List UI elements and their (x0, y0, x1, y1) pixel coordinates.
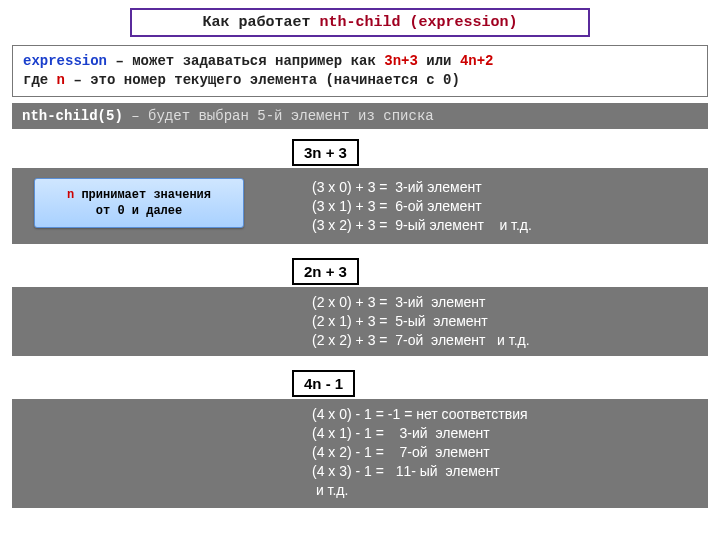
formula-label-2n3: 2n + 3 (292, 258, 359, 285)
title-selector: nth-child (expression) (319, 14, 517, 31)
calc-4n1-l1: (4 x 0) - 1 = -1 = нет соответствия (312, 405, 698, 424)
expression-word: expression (23, 53, 107, 69)
formula-label-3n3: 3n + 3 (292, 139, 359, 166)
n-note-box: n принимает значения от 0 и далее (34, 178, 244, 228)
expression-n: n (57, 72, 65, 88)
calc-4n1-l5: и т.д. (312, 481, 698, 500)
calc-block-4n1: (4 x 0) - 1 = -1 = нет соответствия (4 x… (12, 399, 708, 507)
calc-block-3n3: n принимает значения от 0 и далее (3 x 0… (12, 168, 708, 245)
calc-4n1-l4: (4 x 3) - 1 = 11- ый элемент (312, 462, 698, 481)
expression-ex2: 4n+2 (460, 53, 494, 69)
calc-4n1-l2: (4 x 1) - 1 = 3-ий элемент (312, 424, 698, 443)
calc-2n3-l2: (2 x 1) + 3 = 5-ый элемент (312, 312, 698, 331)
nth-child-5-bar: nth-child(5) – будет выбран 5-й элемент … (12, 103, 708, 129)
calc-2n3-l1: (2 x 0) + 3 = 3-ий элемент (312, 293, 698, 312)
expression-seg2: или (418, 53, 460, 69)
n-note-line1: принимает значения (74, 188, 211, 202)
expression-seg1: – может задаваться например как (107, 53, 384, 69)
title-box: Как работает nth-child (expression) (130, 8, 590, 37)
calc-3n3-l1: (3 x 0) + 3 = 3-ий элемент (312, 178, 698, 197)
section-2n3: 2n + 3 (2 x 0) + 3 = 3-ий элемент (2 x 1… (12, 258, 708, 356)
expression-ex1: 3n+3 (384, 53, 418, 69)
nth-child-5-desc: – будет выбран 5-й элемент из списка (123, 108, 434, 124)
formula-label-4n1: 4n - 1 (292, 370, 355, 397)
calc-3n3-l3: (3 x 2) + 3 = 9-ый элемент и т.д. (312, 216, 698, 235)
expression-definition: expression – может задаваться например к… (12, 45, 708, 97)
calc-block-2n3: (2 x 0) + 3 = 3-ий элемент (2 x 1) + 3 =… (12, 287, 708, 356)
n-note-line2: от 0 и далее (96, 204, 182, 218)
title-prefix: Как работает (202, 14, 319, 31)
section-4n1: 4n - 1 (4 x 0) - 1 = -1 = нет соответств… (12, 370, 708, 507)
section-3n3: 3n + 3 n принимает значения от 0 и далее… (12, 139, 708, 245)
calc-4n1-l3: (4 x 2) - 1 = 7-ой элемент (312, 443, 698, 462)
calc-3n3-l2: (3 x 1) + 3 = 6-ой элемент (312, 197, 698, 216)
nth-child-5-selector: nth-child(5) (22, 108, 123, 124)
expression-line2b: – это номер текущего элемента (начинаетс… (65, 72, 460, 88)
expression-line2a: где (23, 72, 57, 88)
calc-2n3-l3: (2 x 2) + 3 = 7-ой элемент и т.д. (312, 331, 698, 350)
